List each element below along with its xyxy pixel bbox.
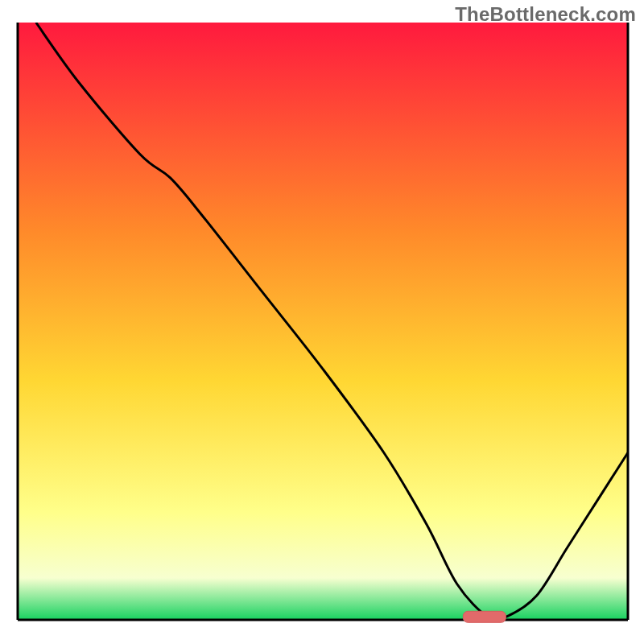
bottleneck-chart: TheBottleneck.com <box>0 0 644 644</box>
chart-svg <box>0 0 644 644</box>
optimal-marker <box>463 611 506 622</box>
watermark-label: TheBottleneck.com <box>455 3 636 26</box>
gradient-background <box>18 23 628 620</box>
